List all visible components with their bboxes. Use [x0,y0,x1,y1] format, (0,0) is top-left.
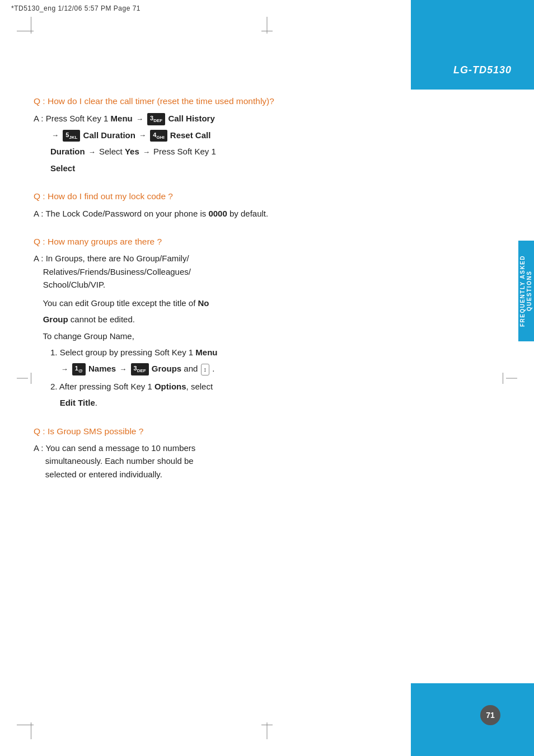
blue-accent-top [411,0,534,90]
answer-2: A : The Lock Code/Password on your phone… [34,207,500,220]
page-wrapper: *TD5130_eng 1/12/06 5:57 PM Page 71 LG-T… [0,0,534,756]
crop-mark [31,373,31,384]
crop-mark [267,17,268,34]
faq-section-1: Q : How do I clear the call timer (reset… [34,95,500,175]
answer-4: A : You can send a message to 10 numbers… [34,442,500,481]
side-tab: FREQUENTLY ASKEDQUESTIONS [518,241,534,341]
page-number: 71 [480,705,500,725]
list-item-1: 1. Select group by pressing Soft Key 1 M… [50,346,500,375]
crop-mark [506,378,517,378]
question-2: Q : How do I find out my lock code ? [34,190,500,203]
main-content: Q : How do I clear the call timer (reset… [34,95,500,672]
question-1: Q : How do I clear the call timer (reset… [34,95,500,107]
faq-section-4: Q : Is Group SMS possible ? A : You can … [34,425,500,481]
brand-title: LG-TD5130 [453,64,512,76]
crop-mark [31,17,31,34]
header-text: *TD5130_eng 1/12/06 5:57 PM Page 71 [11,4,140,12]
blue-accent-bottom [411,683,534,756]
question-4: Q : Is Group SMS possible ? [34,425,500,438]
crop-mark [503,373,503,384]
crop-mark [267,722,268,739]
side-tab-text: FREQUENTLY ASKEDQUESTIONS [519,255,533,327]
answer-1: A : Press Soft Key 1 Menu → 3DEF Call Hi… [34,112,500,175]
faq-section-2: Q : How do I find out my lock code ? A :… [34,190,500,220]
list-item-2: 2. After pressing Soft Key 1 Options, se… [50,380,500,410]
faq-section-3: Q : How many groups are there ? A : In G… [34,236,500,410]
crop-mark [17,378,28,378]
crop-mark [31,722,31,739]
answer-3: A : In Groups, there are No Group/Family… [34,252,500,409]
question-3: Q : How many groups are there ? [34,236,500,248]
